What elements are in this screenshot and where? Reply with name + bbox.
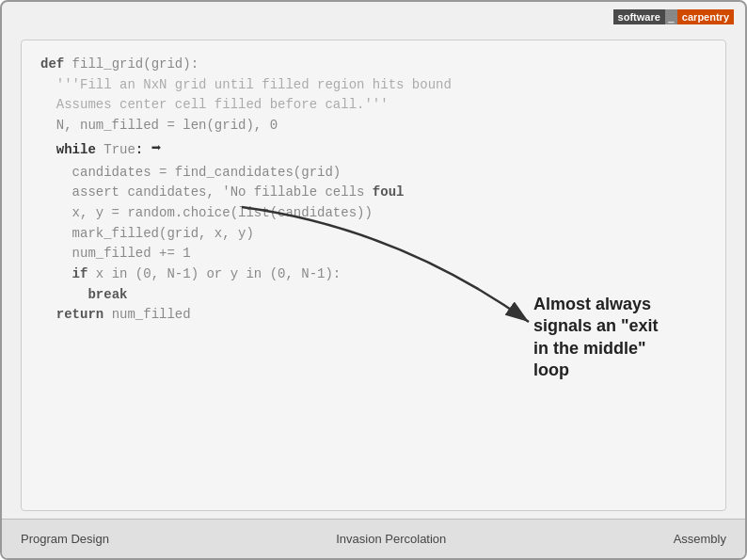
code-line-5: while True: ➡ — [40, 136, 711, 163]
footer: Program Design Invasion Percolation Asse… — [2, 519, 745, 558]
code-line-8: x, y = random.choice(list(candidates)) — [40, 203, 711, 224]
annotation-line3: in the middle" — [533, 339, 646, 358]
footer-right: Assembly — [674, 532, 726, 546]
code-line-10: num_filled += 1 — [40, 244, 711, 264]
code-line-4: N, num_filled = len(grid), 0 — [40, 116, 711, 136]
annotation-line4: loop — [533, 360, 569, 379]
code-line-11: if x in (0, N-1) or y in (0, N-1): — [40, 264, 711, 285]
code-line-1: def fill_grid(grid): — [40, 55, 711, 75]
code-area: def fill_grid(grid): '''Fill an NxN grid… — [21, 40, 726, 511]
code-line-6: candidates = find_candidates(grid) — [40, 163, 711, 184]
code-line-2: '''Fill an NxN grid until filled region … — [40, 75, 711, 96]
slide-container: software ⎯ carpentry def fill_grid(grid)… — [0, 0, 747, 560]
footer-center: Invasion Percolation — [336, 532, 446, 546]
annotation-box: Almost always signals an "exit in the mi… — [533, 294, 712, 382]
annotation-line1: Almost always — [533, 295, 651, 313]
code-line-3: Assumes center cell filled before call.'… — [40, 95, 711, 116]
logo-software: software — [613, 9, 665, 24]
footer-left: Program Design — [21, 532, 109, 546]
code-line-7: assert candidates, 'No fillable cells fo… — [40, 183, 711, 203]
logo-bar: software ⎯ carpentry — [613, 9, 734, 24]
annotation-line2: signals an "exit — [533, 316, 659, 335]
logo-carpentry: carpentry — [677, 9, 734, 24]
code-line-9: mark_filled(grid, x, y) — [40, 224, 711, 245]
